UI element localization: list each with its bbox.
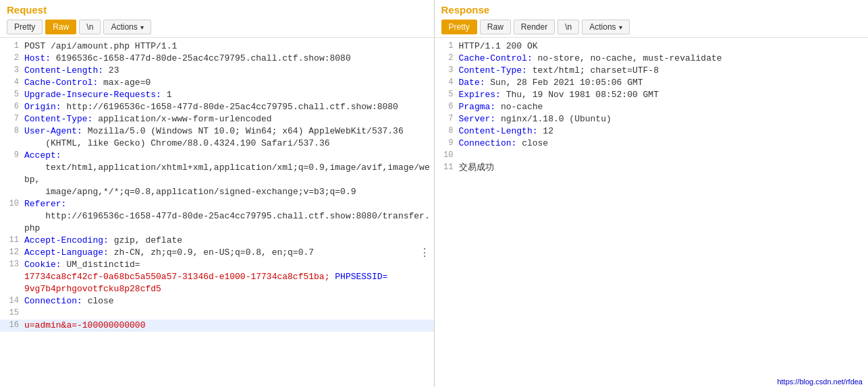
response-n-btn[interactable]: \n bbox=[558, 20, 579, 34]
response-actions-chevron-icon: ▾ bbox=[619, 24, 622, 31]
response-panel: Response Pretty Raw Render \n Actions ▾ … bbox=[435, 0, 869, 387]
line-content: Server: nginx/1.18.0 (Ubuntu) bbox=[459, 113, 866, 125]
footer-url[interactable]: https://blog.csdn.net/rfdea bbox=[777, 378, 863, 386]
line-content: Cookie: UM_distinctid= bbox=[24, 259, 431, 271]
request-line: 17734ca8cf42cf-0a68bc5a550a57-31346d-e10… bbox=[0, 271, 434, 283]
context-menu-icon[interactable]: ⋮ bbox=[419, 246, 430, 260]
line-content: Accept-Encoding: gzip, deflate bbox=[24, 235, 431, 247]
request-actions-label: Actions bbox=[111, 22, 137, 32]
response-line: 8Content-Length: 12 bbox=[435, 125, 869, 138]
request-header: Request Pretty Raw \n Actions ▾ bbox=[0, 0, 434, 38]
response-line: 7Server: nginx/1.18.0 (Ubuntu) bbox=[435, 113, 869, 125]
line-number: 14 bbox=[3, 295, 19, 305]
line-number: 1 bbox=[3, 40, 19, 51]
line-number: 5 bbox=[437, 89, 454, 99]
line-number: 5 bbox=[3, 89, 19, 99]
response-render-btn[interactable]: Render bbox=[514, 20, 555, 34]
response-actions-label: Actions bbox=[589, 22, 616, 32]
line-number: 7 bbox=[3, 113, 19, 123]
line-number bbox=[3, 162, 19, 162]
line-number bbox=[3, 283, 19, 284]
response-line: 6Pragma: no-cache bbox=[435, 101, 869, 113]
line-content: Referer: bbox=[24, 198, 431, 210]
line-content: image/apng,*/*;q=0.8,application/signed-… bbox=[24, 186, 431, 198]
line-number bbox=[3, 186, 19, 187]
request-line: 9Accept: bbox=[0, 150, 434, 162]
line-number: 9 bbox=[3, 150, 19, 160]
request-content: 1POST /api/amount.php HTTP/1.12Host: 619… bbox=[0, 38, 434, 387]
line-number: 3 bbox=[3, 65, 19, 75]
line-content: Content-Type: application/x-www-form-url… bbox=[24, 113, 431, 125]
request-actions-btn[interactable]: Actions ▾ bbox=[103, 20, 151, 34]
request-line: 7Content-Type: application/x-www-form-ur… bbox=[0, 113, 434, 125]
line-content: Host: 6196536c-1658-477d-80de-25ac4cc797… bbox=[24, 53, 431, 65]
response-toolbar: Pretty Raw Render \n Actions ▾ bbox=[441, 20, 862, 34]
line-content: Cache-Control: max-age=0 bbox=[24, 77, 431, 89]
line-content: User-Agent: Mozilla/5.0 (Windows NT 10.0… bbox=[24, 125, 431, 138]
line-content: text/html,application/xhtml+xml,applicat… bbox=[24, 162, 431, 186]
request-line: 2Host: 6196536c-1658-477d-80de-25ac4cc79… bbox=[0, 53, 434, 65]
response-actions-btn[interactable]: Actions ▾ bbox=[582, 20, 629, 34]
response-line: 3Content-Type: text/html; charset=UTF-8 bbox=[435, 65, 869, 77]
request-line: image/apng,*/*;q=0.8,application/signed-… bbox=[0, 186, 434, 198]
request-line: 12Accept-Language: zh-CN, zh;q=0.9, en-U… bbox=[0, 247, 434, 259]
request-line: http://6196536c-1658-477d-80de-25ac4cc79… bbox=[0, 210, 434, 235]
response-header: Response Pretty Raw Render \n Actions ▾ bbox=[435, 0, 869, 38]
line-number: 11 bbox=[437, 162, 454, 172]
line-number: 10 bbox=[437, 150, 454, 160]
line-number: 3 bbox=[437, 65, 454, 75]
line-content: HTTP/1.1 200 OK bbox=[459, 40, 866, 53]
request-line: 9vg7b4prhgovotfcku8p28cfd5 bbox=[0, 283, 434, 295]
request-line: 10Referer: bbox=[0, 198, 434, 210]
request-title: Request bbox=[7, 4, 427, 16]
line-content: Upgrade-Insecure-Requests: 1 bbox=[24, 89, 431, 101]
line-number: 2 bbox=[437, 53, 454, 63]
line-number: 6 bbox=[3, 101, 19, 111]
response-line: 1HTTP/1.1 200 OK bbox=[435, 40, 869, 53]
request-line: 5Upgrade-Insecure-Requests: 1 bbox=[0, 89, 434, 101]
request-raw-btn[interactable]: Raw bbox=[45, 20, 76, 34]
main-container: Request Pretty Raw \n Actions ▾ 1POST /a… bbox=[0, 0, 868, 387]
line-number: 12 bbox=[3, 247, 19, 257]
line-number: 15 bbox=[3, 307, 19, 318]
line-content: Content-Length: 23 bbox=[24, 65, 431, 77]
request-line: 13Cookie: UM_distinctid= bbox=[0, 259, 434, 271]
request-line: 15 bbox=[0, 307, 434, 320]
line-number: 7 bbox=[437, 113, 454, 123]
request-line: 8User-Agent: Mozilla/5.0 (Windows NT 10.… bbox=[0, 125, 434, 138]
request-line: 14Connection: close bbox=[0, 295, 434, 307]
line-number bbox=[3, 210, 19, 211]
request-line: (KHTML, like Gecko) Chrome/88.0.4324.190… bbox=[0, 138, 434, 150]
request-line: 16u=admin&a=-100000000000 bbox=[0, 320, 434, 332]
request-line: 3Content-Length: 23 bbox=[0, 65, 434, 77]
response-line: 2Cache-Control: no-store, no-cache, must… bbox=[435, 53, 869, 65]
line-number: 16 bbox=[3, 320, 19, 330]
line-number bbox=[3, 271, 19, 272]
line-content: Content-Type: text/html; charset=UTF-8 bbox=[459, 65, 866, 77]
line-content: POST /api/amount.php HTTP/1.1 bbox=[24, 40, 431, 53]
request-line: 11Accept-Encoding: gzip, deflate bbox=[0, 235, 434, 247]
response-pretty-btn[interactable]: Pretty bbox=[441, 20, 477, 34]
line-content: Connection: close bbox=[459, 138, 866, 150]
response-title: Response bbox=[441, 4, 862, 16]
line-content: Expires: Thu, 19 Nov 1981 08:52:00 GMT bbox=[459, 89, 866, 101]
line-content: Connection: close bbox=[24, 295, 431, 307]
request-pretty-btn[interactable]: Pretty bbox=[7, 20, 43, 34]
request-toolbar: Pretty Raw \n Actions ▾ bbox=[7, 20, 427, 34]
line-number: 2 bbox=[3, 53, 19, 63]
line-number: 9 bbox=[437, 138, 454, 148]
line-number: 8 bbox=[3, 125, 19, 136]
line-number bbox=[3, 138, 19, 138]
request-line: 6Origin: http://6196536c-1658-477d-80de-… bbox=[0, 101, 434, 113]
response-line: 9Connection: close bbox=[435, 138, 869, 150]
line-content: Accept-Language: zh-CN, zh;q=0.9, en-US;… bbox=[24, 247, 431, 259]
response-raw-btn[interactable]: Raw bbox=[480, 20, 511, 34]
line-content: 17734ca8cf42cf-0a68bc5a550a57-31346d-e10… bbox=[24, 271, 431, 283]
line-content: Content-Length: 12 bbox=[459, 125, 866, 138]
request-n-btn[interactable]: \n bbox=[79, 20, 101, 34]
request-actions-chevron-icon: ▾ bbox=[140, 24, 144, 31]
request-line: 4Cache-Control: max-age=0 bbox=[0, 77, 434, 89]
response-line: 5Expires: Thu, 19 Nov 1981 08:52:00 GMT bbox=[435, 89, 869, 101]
response-line: 11交易成功 bbox=[435, 162, 869, 174]
line-number: 10 bbox=[3, 198, 19, 208]
